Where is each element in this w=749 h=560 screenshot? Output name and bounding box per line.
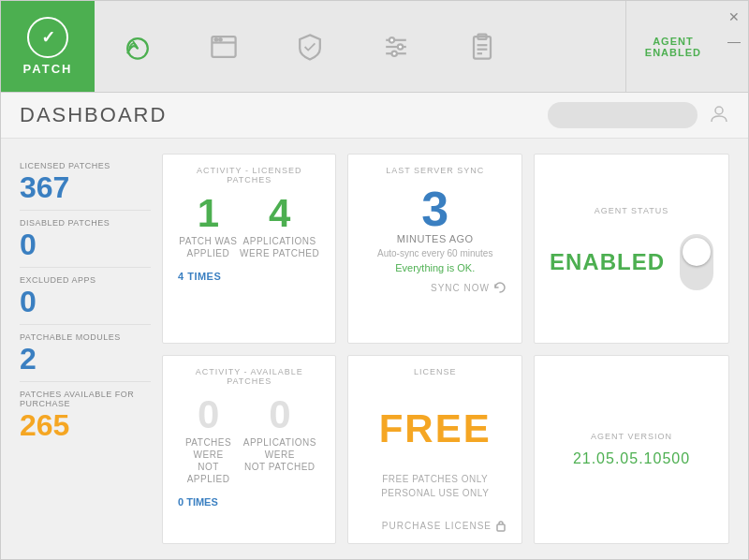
patch-applied-item: 1 PATCH WAS APPLIED (179, 194, 237, 259)
activity-available-title: ACTIVITY - AVAILABLE PATCHES (178, 367, 320, 386)
activity-available-times: 0 TIMES (178, 496, 320, 508)
excluded-apps-stat: EXCLUDED APPS 0 (20, 268, 151, 325)
svg-point-10 (398, 44, 403, 49)
page-header: DASHBOARD (1, 93, 748, 139)
logo-text: PATCH (23, 62, 73, 76)
sync-auto-text: Auto-sync every 60 minutes (363, 248, 507, 258)
agent-version-text: 21.05.05.10500 (573, 450, 690, 467)
patch-applied-desc: PATCH WAS APPLIED (179, 235, 237, 259)
user-icon[interactable] (709, 103, 729, 128)
nav-shield-icon[interactable] (286, 22, 334, 71)
disabled-patches-label: DISABLED PATCHES (20, 218, 151, 228)
activity-available-numbers: 0 PATCHES WERE NOT APPLIED 0 APPLICATION… (178, 395, 320, 485)
left-stats: LICENSED PATCHES 367 DISABLED PATCHES 0 … (20, 154, 151, 544)
license-card-title: LICENSE (414, 367, 457, 376)
svg-point-11 (392, 51, 397, 55)
nav-icons (95, 1, 625, 92)
patchable-modules-value: 2 (20, 344, 151, 374)
not-applied-desc: PATCHES WERE NOT APPLIED (178, 436, 239, 485)
main-content: LICENSED PATCHES 367 DISABLED PATCHES 0 … (1, 139, 748, 559)
license-desc: FREE PATCHES ONLY PERSONAL USE ONLY (381, 472, 489, 500)
activity-licensed-card: ACTIVITY - LICENSED PATCHES 1 PATCH WAS … (162, 154, 336, 344)
top-nav: ✓ PATCH (1, 1, 748, 93)
licensed-patches-label: LICENSED PATCHES (20, 161, 151, 170)
activity-licensed-times: 4 TIMES (178, 271, 320, 282)
patches-available-value: 265 (20, 410, 151, 440)
agent-toggle[interactable] (680, 234, 713, 290)
page-title: DASHBOARD (20, 103, 167, 127)
activity-licensed-title: ACTIVITY - LICENSED PATCHES (178, 166, 320, 184)
logo-section: ✓ PATCH (1, 1, 95, 92)
last-sync-card: LAST SERVER SYNC 3 MINUTES AGO Auto-sync… (347, 154, 522, 344)
sync-status: Everything is OK. (363, 262, 507, 273)
patchable-modules-stat: PATCHABLE MODULES 2 (20, 325, 151, 382)
license-card: LICENSE FREE FREE PATCHES ONLY PERSONAL … (347, 355, 522, 545)
sync-minutes-num: 3 (363, 184, 507, 233)
agent-version-title: AGENT VERSION (573, 432, 690, 441)
agent-status-card-title: AGENT STATUS (595, 206, 669, 215)
not-applied-item: 0 PATCHES WERE NOT APPLIED (178, 395, 239, 485)
minimize-button[interactable]: — (726, 33, 742, 50)
sync-minutes-label: MINUTES AGO (363, 233, 507, 244)
app-container: ✓ PATCH (0, 0, 749, 560)
agent-status-card: AGENT STATUS ENABLED (534, 154, 729, 344)
svg-point-5 (219, 38, 222, 41)
header-right (548, 102, 729, 128)
toggle-knob (683, 238, 711, 266)
excluded-apps-value: 0 (20, 287, 151, 317)
activity-licensed-numbers: 1 PATCH WAS APPLIED 4 APPLICATIONS WERE … (178, 194, 320, 259)
excluded-apps-label: EXCLUDED APPS (20, 275, 151, 285)
license-free-text: FREE (379, 406, 492, 451)
close-button[interactable]: ✕ (726, 8, 742, 25)
patches-available-stat: PATCHES AVAILABLE FOR PURCHASE 265 (20, 382, 151, 448)
not-patched-num: 0 (239, 395, 320, 435)
app-patched-desc: APPLICATIONS WERE PATCHED (240, 235, 319, 259)
disabled-patches-stat: DISABLED PATCHES 0 (20, 211, 151, 268)
agent-status-nav[interactable]: AGENT ENABLED (625, 1, 720, 92)
svg-point-4 (215, 38, 218, 41)
nav-sliders-icon[interactable] (372, 22, 420, 71)
agent-version-card: AGENT VERSION 21.05.05.10500 (534, 355, 729, 545)
sync-now-button[interactable]: SYNC NOW (363, 281, 507, 294)
app-patched-num: 4 (240, 194, 319, 233)
not-patched-item: 0 APPLICATIONS WERE NOT PATCHED (239, 395, 320, 485)
nav-dashboard-icon[interactable] (113, 22, 162, 71)
not-applied-num: 0 (178, 395, 239, 435)
agent-enabled-text: ENABLED (550, 249, 665, 275)
licensed-patches-value: 367 (20, 172, 151, 202)
window-controls: ✕ — (720, 1, 748, 92)
nav-clipboard-icon[interactable] (458, 22, 507, 71)
logo-circle: ✓ (27, 17, 68, 58)
activity-available-card: ACTIVITY - AVAILABLE PATCHES 0 PATCHES W… (162, 355, 336, 545)
last-sync-title: LAST SERVER SYNC (363, 166, 507, 175)
search-input[interactable] (548, 102, 698, 128)
agent-status-nav-line2: ENABLED (645, 47, 701, 58)
patchable-modules-label: PATCHABLE MODULES (20, 332, 151, 342)
patch-applied-num: 1 (179, 194, 237, 233)
patches-available-label: PATCHES AVAILABLE FOR PURCHASE (20, 390, 151, 408)
app-patched-item: 4 APPLICATIONS WERE PATCHED (240, 194, 319, 259)
svg-rect-18 (497, 524, 505, 531)
not-patched-desc: APPLICATIONS WERE NOT PATCHED (239, 436, 320, 473)
disabled-patches-value: 0 (20, 229, 151, 259)
svg-point-9 (389, 37, 394, 42)
nav-browser-icon[interactable] (199, 22, 248, 71)
licensed-patches-stat: LICENSED PATCHES 367 (20, 154, 151, 211)
agent-status-nav-line1: AGENT (653, 36, 694, 47)
logo-check-icon: ✓ (41, 27, 55, 48)
svg-point-17 (715, 107, 723, 114)
purchase-license-button[interactable]: PURCHASE LICENSE (382, 521, 507, 532)
